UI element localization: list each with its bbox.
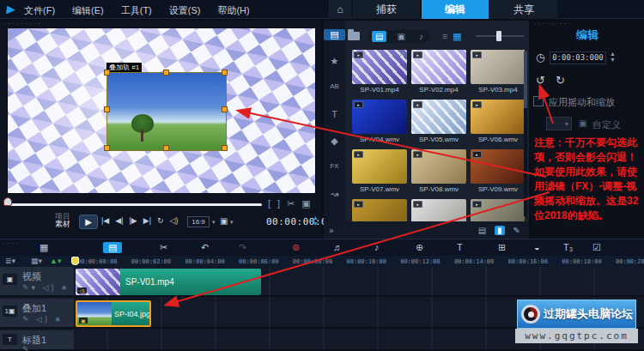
video-track-header[interactable]: ▣ 视频 ✎▾ ◁) ∗ [0,267,74,295]
media-item-SP-V01.mp4[interactable]: ▸✓SP-V01.mp4 [352,50,407,94]
mark-out-icon[interactable]: ] [277,198,280,209]
media-thumbnail[interactable]: ▸✓ [352,50,407,84]
rotate-right-icon[interactable]: ↻ [556,74,565,87]
media-thumbnail[interactable]: ▸ [352,199,407,221]
panel-drag-handle[interactable]: ········· [3,21,42,25]
menu-item-2[interactable]: 工具(T) [121,5,152,15]
media-item-SP-V05.wmv[interactable]: ▸SP-V05.wmv [411,100,466,143]
media-item[interactable]: ▸ [411,199,466,221]
menu-item-4[interactable]: 帮助(H) [217,5,249,15]
play-button[interactable]: ▶ [79,215,98,229]
auto-music-icon[interactable]: ♪ [374,242,380,252]
chapter-point-icon[interactable]: ▲▾ [50,257,61,265]
media-thumbnail[interactable]: ▸ [471,50,525,84]
video-track-controls[interactable]: ✎▾ ◁) ∗ [22,283,70,292]
tab-0[interactable]: 捕获 [353,0,420,19]
selection-handle-4[interactable] [222,106,228,112]
track-manager-icon[interactable]: ≣▾ [5,257,15,265]
grid-view-icon[interactable]: ▦ [453,31,461,42]
media-thumbnail[interactable]: ▸ [411,100,466,134]
mark-in-icon[interactable]: [ [268,198,270,209]
media-thumbnail[interactable]: ▸ [352,100,407,134]
title-track-controls[interactable]: ✎ [22,345,32,351]
customize-label[interactable]: 自定义 [592,118,621,131]
aspect-ratio-select[interactable]: 16:9 [187,216,210,227]
media-item-SP-V09.wmv[interactable]: ▸SP-V09.wmv [471,149,525,193]
show-photos-icon[interactable]: ▣ [393,31,408,42]
media-thumbnail[interactable]: ▸ [471,149,525,184]
options-edit-icon[interactable]: ✎ [513,226,520,235]
media-item[interactable]: ▸ [352,199,407,221]
media-item[interactable]: ▸ [471,199,525,221]
selection-handle-3[interactable] [104,106,110,112]
timeline-ruler[interactable]: ≣▾▦▾▲▾00:00:00:0000:00:02:0000:00:04:000… [0,256,644,267]
enlarge-caret-icon[interactable]: ▾ [230,219,234,226]
media-item-SP-V02.mp4[interactable]: ▸SP-V02.mp4 [411,50,466,94]
library-panel-icon[interactable]: ▤ [478,226,486,235]
home-tab[interactable]: ⌂ [329,0,351,19]
menu-item-1[interactable]: 编辑(E) [72,5,104,15]
selection-handle-6[interactable] [163,145,169,151]
overlay-track-header[interactable]: 1▣ 叠加1 ✎ ◁) ∗ [0,299,74,327]
playback-mode-toggle[interactable]: 项目 素材 [55,213,70,228]
selection-handle-2[interactable] [222,70,228,76]
selection-handle-1[interactable] [163,70,169,76]
split-screen-icon[interactable]: ⊞ [498,242,506,253]
pan-zoom-preset-select[interactable]: ▾ [546,117,572,130]
timeline-clip-video[interactable]: ◁) SP-V01.mp4 [76,269,261,295]
tab-1[interactable]: 编辑 [422,0,489,19]
timeline-view-icon[interactable]: ▤ [103,242,122,253]
show-audio-icon[interactable]: ♪ [416,31,427,42]
prev-frame-icon[interactable]: ◀| [115,216,123,225]
redo-icon[interactable]: ↷ [239,242,246,253]
media-thumbnail[interactable]: ▸ [352,149,407,184]
aspect-caret-icon[interactable]: ▾ [212,219,216,226]
rotate-left-icon[interactable]: ↺ [536,74,545,87]
selection-handle-0[interactable] [104,70,110,76]
mode-clip-label[interactable]: 素材 [55,221,70,228]
media-thumbnail[interactable]: ▸ [411,199,466,221]
overlay-icon[interactable]: AB [324,82,345,90]
playhead-marker[interactable] [71,257,79,265]
ruler-mode-icon[interactable]: ▦▾ [31,257,42,265]
selection-handle-7[interactable] [222,145,228,151]
edit-tools-icon[interactable]: ✂ [160,242,167,253]
motion-path-icon[interactable]: ↝ [324,189,345,200]
graphics-icon[interactable]: ◆ [324,136,345,147]
filter-icon[interactable]: FX [324,162,345,170]
panel-drag-handle[interactable]: ········· [534,21,573,25]
pan-zoom-checkbox[interactable] [533,96,544,106]
transition-icon[interactable]: ★ [324,56,345,67]
split-clip-icon[interactable]: ✂ [287,198,295,209]
duration-field[interactable]: 0:00:03:000 [550,51,606,64]
media-thumbnail[interactable]: ▸ [471,199,525,221]
thumbnail-zoom-slider[interactable] [476,31,524,41]
multi-camera-icon[interactable]: ☑ [592,242,601,253]
record-capture-icon[interactable]: ⊚ [292,242,300,253]
media-icon[interactable]: ▤ [324,29,345,40]
tab-2[interactable]: 共享 [490,0,557,19]
list-view-icon[interactable]: ≡ [442,31,447,42]
speech-bubble-icon[interactable]: ◒ [534,242,540,252]
media-thumbnail[interactable]: ▸ [411,149,466,184]
scrollbar-thumb[interactable] [524,51,527,108]
library-scrollbar[interactable] [524,51,527,216]
scrubber-marker[interactable] [3,197,12,206]
media-thumbnail[interactable]: ▸ [411,50,466,84]
toggle-panel-icon[interactable]: ▮ [495,226,505,235]
subtitle-editor-icon[interactable]: T [457,242,463,252]
overlay-clip-preview[interactable] [106,72,227,151]
home-icon[interactable]: |◀ [101,216,109,225]
toolbar-drag-handle[interactable]: ···· [3,241,20,245]
show-videos-icon[interactable]: ▤ [372,31,386,42]
enlarge-icon[interactable]: ▣ [220,216,228,226]
selection-handle-5[interactable] [104,145,110,151]
repeat-icon[interactable]: ↻ [157,216,164,225]
media-item-SP-V04.wmv[interactable]: ▸SP-V04.wmv [352,100,407,143]
media-item-SP-V07.wmv[interactable]: ▸SP-V07.wmv [352,149,407,193]
3d-title-icon[interactable]: T₃ [563,242,573,252]
add-folder-icon[interactable] [348,32,360,40]
storyboard-view-icon[interactable]: ▦ [39,242,48,253]
next-frame-icon[interactable]: |▶ [130,216,137,225]
menu-item-0[interactable]: 文件(F) [24,5,55,15]
